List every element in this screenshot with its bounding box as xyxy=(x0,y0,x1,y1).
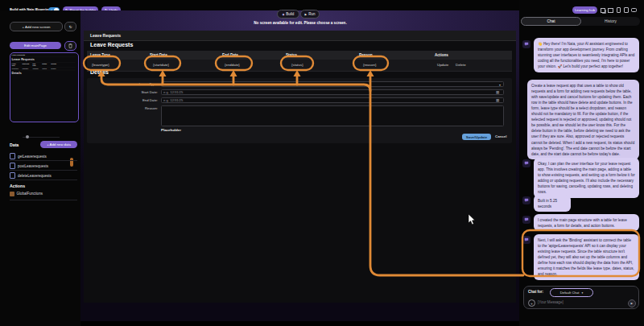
delete-screen-button[interactable] xyxy=(64,41,76,51)
chat-message-highlighted: Next, I will ask the 'Binding' assistant… xyxy=(534,234,639,280)
sparkle-icon: ◆ xyxy=(283,13,285,16)
chevron-down-icon: ▾ xyxy=(499,83,501,87)
reason-label: Reason: xyxy=(109,106,158,110)
api-doc-icon xyxy=(10,172,15,179)
data-item-postleaverequests[interactable]: postLeaverequests xyxy=(10,163,48,169)
binding-token-reason: {reason} xyxy=(363,63,376,67)
chat-message: Okay, I can plan the user interface for … xyxy=(534,158,639,198)
build-button[interactable]: ◆ Build xyxy=(277,10,299,19)
chat-bubble-icon xyxy=(524,161,529,166)
api-doc-icon xyxy=(10,163,15,169)
placeholder-note: Placeholder xyxy=(161,128,181,132)
divider-slider-thumb[interactable] xyxy=(26,135,29,138)
leave-type-select[interactable]: ▾ xyxy=(161,81,504,87)
no-screen-message: No screen available for edit. Please cho… xyxy=(193,21,407,25)
chat-bubble-icon xyxy=(524,237,529,242)
details-form: Leave Type: ▾ Start Date: ▦ End Date: ▦ … xyxy=(87,78,512,143)
start-date-input[interactable] xyxy=(161,89,504,95)
column-header: End Date xyxy=(222,53,238,57)
start-date-label: Start Date: xyxy=(109,90,158,94)
chat-tabs: Chat History xyxy=(521,17,640,26)
reason-textarea[interactable] xyxy=(161,105,504,126)
action-item-globalfunctions[interactable]: GlobalFunctions xyxy=(10,192,43,196)
tablet-icon[interactable] xyxy=(623,6,630,14)
data-heading: Data xyxy=(10,142,19,147)
chat-message-input[interactable]: [Your Message] xyxy=(538,300,564,304)
desktop-icon[interactable] xyxy=(608,6,614,14)
canvas-appbar-title: Leave Requests xyxy=(90,33,121,38)
row-update-button[interactable]: Update xyxy=(437,63,448,67)
calendar-icon[interactable]: ▦ xyxy=(496,98,499,102)
chat-bubble-icon xyxy=(524,198,529,203)
column-header: Actions xyxy=(435,53,448,57)
assistant-avatar xyxy=(522,196,530,204)
tab-chat[interactable]: Chat xyxy=(521,17,581,26)
play-icon: ▶ xyxy=(305,13,308,16)
assistant-avatar xyxy=(522,216,530,224)
tab-history[interactable]: History xyxy=(581,17,640,26)
details-section-title: Details xyxy=(90,69,109,75)
row-delete-button[interactable]: Delete xyxy=(456,63,466,67)
assistant-avatar xyxy=(522,236,530,244)
add-new-data-button[interactable]: + Add new data xyxy=(40,141,77,148)
chat-input-container: Chat for: Default Chat ▾ + [Your Message… xyxy=(523,286,639,309)
copy-icon[interactable] xyxy=(600,6,606,14)
end-date-label: End Date: xyxy=(109,98,158,102)
edit-mainpage-button[interactable]: Edit mainPage xyxy=(10,42,61,49)
cancel-button[interactable]: Cancel xyxy=(495,134,506,138)
binding-token-enddate: {enddate} xyxy=(225,63,240,67)
trash-icon xyxy=(68,43,72,48)
assistant-avatar xyxy=(522,40,530,48)
column-header: Status xyxy=(286,53,297,57)
chat-for-label: Chat for: xyxy=(528,290,543,294)
end-date-input[interactable] xyxy=(161,97,504,103)
column-header: Reason xyxy=(359,53,373,57)
attach-icon[interactable]: + xyxy=(528,299,535,307)
binding-token-leavetype: {leavetype} xyxy=(92,63,109,67)
chat-target-select[interactable]: Default Chat ▾ xyxy=(550,288,593,297)
refresh-screens-button[interactable]: ↻ xyxy=(64,22,76,31)
thumb-details-title: Details xyxy=(10,70,76,76)
chat-bubble-icon xyxy=(524,217,529,222)
canvas-appbar xyxy=(84,31,516,41)
column-header: Start Date xyxy=(150,53,167,57)
minimize-icon[interactable] xyxy=(630,6,637,14)
thumb-table-title: Leave Requests xyxy=(10,56,76,62)
phone-icon[interactable] xyxy=(615,6,621,14)
chat-panel: Learning hub Chat History 👋 Hey there! I… xyxy=(519,0,644,326)
chat-message-user: Create a leave request app that uses a t… xyxy=(527,80,639,159)
binding-token-startdate: {startdate} xyxy=(153,63,169,67)
function-icon xyxy=(10,192,14,196)
save-update-button[interactable]: Save/Update xyxy=(462,134,491,140)
screen-thumbnail-mainpage[interactable]: Leave Requests Leave Requests Leave Type… xyxy=(10,52,79,122)
chat-message: I created the main page structure with a… xyxy=(534,214,639,231)
table-row: {leavetype} {startdate} {enddate} {statu… xyxy=(87,60,512,72)
actions-heading: Actions xyxy=(10,184,25,188)
data-item-getleaverequests[interactable]: getLeaverequests xyxy=(10,153,47,159)
table-section-title: Leave Requests xyxy=(90,42,133,47)
panel-resize-handle[interactable] xyxy=(70,158,73,167)
data-item-deleteleaverequests[interactable]: deleteLeaverequests xyxy=(10,172,52,179)
api-doc-icon xyxy=(10,153,15,159)
chat-message: Built in 5.25 seconds xyxy=(534,195,571,212)
run-button[interactable]: ▶ Run xyxy=(300,10,320,19)
learning-hub-button[interactable]: Learning hub xyxy=(572,6,597,14)
leave-type-label: Leave Type: xyxy=(109,82,158,86)
column-header: Leave Type xyxy=(90,53,110,57)
chat-message: 👋 Hey there! I'm Naia, your AI assistant… xyxy=(534,38,639,72)
assistant-avatar xyxy=(522,159,530,167)
binding-token-status: {status} xyxy=(291,63,303,67)
chat-bubble-icon xyxy=(524,42,529,47)
refresh-icon: ↻ xyxy=(69,25,72,29)
chevron-down-icon: ▾ xyxy=(582,291,584,295)
calendar-icon[interactable]: ▦ xyxy=(496,90,499,94)
left-sidebar: + Add new screen ↻ Edit mainPage Leave R… xyxy=(0,10,80,326)
send-icon[interactable]: ▶ xyxy=(628,299,636,307)
screen-canvas: Leave Requests Leave Requests Leave Type… xyxy=(84,31,516,303)
add-new-screen-button[interactable]: + Add new screen xyxy=(10,22,63,31)
